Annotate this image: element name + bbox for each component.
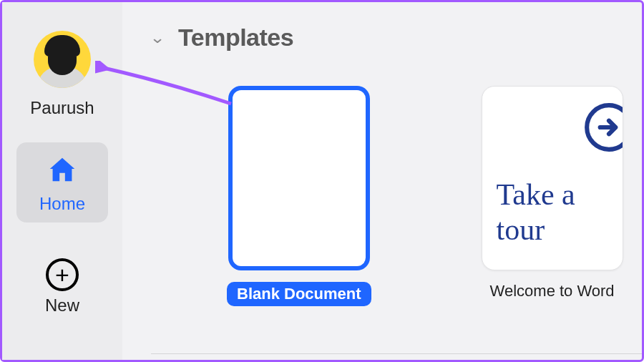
sidebar-item-label: Home bbox=[39, 194, 85, 214]
user-name-label: Paurush bbox=[30, 98, 94, 118]
main-content: ⌄ Templates Blank Document Take a tour bbox=[122, 2, 642, 360]
template-label: Welcome to Word bbox=[490, 282, 615, 300]
template-thumbnail: Take a tour bbox=[482, 86, 623, 270]
home-icon bbox=[46, 154, 79, 190]
section-divider bbox=[151, 353, 642, 354]
templates-section-header[interactable]: ⌄ Templates bbox=[151, 24, 642, 52]
app-window: Paurush Home + New ⌄ Templates Blank Doc… bbox=[0, 0, 644, 362]
template-blank-document[interactable]: Blank Document bbox=[227, 86, 371, 306]
user-avatar[interactable] bbox=[34, 31, 91, 88]
template-thumbnail bbox=[228, 86, 370, 270]
arrow-right-circle-icon bbox=[582, 101, 623, 154]
section-title: Templates bbox=[178, 24, 293, 52]
sidebar-item-home[interactable]: Home bbox=[16, 142, 108, 222]
sidebar: Paurush Home + New bbox=[2, 2, 122, 360]
template-label: Blank Document bbox=[227, 282, 371, 306]
sidebar-item-label: New bbox=[45, 295, 79, 315]
template-welcome-to-word[interactable]: Take a tour Welcome to Word bbox=[482, 86, 623, 306]
sidebar-item-new[interactable]: + New bbox=[16, 247, 108, 324]
chevron-down-icon: ⌄ bbox=[150, 29, 165, 47]
template-preview-text: Take a tour bbox=[497, 177, 608, 247]
templates-row: Blank Document Take a tour Welcome to Wo… bbox=[151, 86, 642, 306]
plus-circle-icon: + bbox=[46, 258, 79, 291]
